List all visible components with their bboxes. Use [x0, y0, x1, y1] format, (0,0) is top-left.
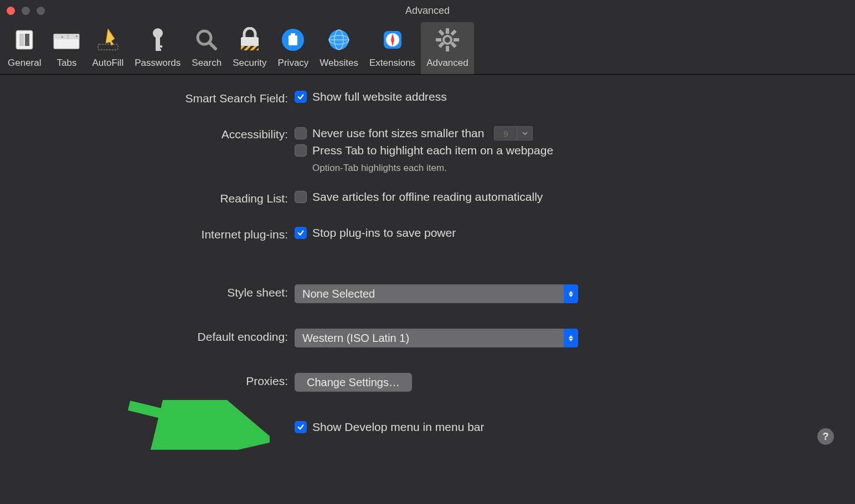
zoom-window-button[interactable]	[37, 7, 45, 15]
tabs-icon: ×+	[52, 25, 81, 54]
advanced-preferences-content: Smart Search Field: Show full website ad…	[0, 75, 855, 457]
svg-text:+: +	[76, 34, 79, 39]
reading-list-label: Reading List:	[17, 190, 295, 205]
show-full-address-checkbox[interactable]	[295, 91, 307, 103]
svg-rect-8	[98, 44, 118, 50]
websites-icon	[325, 25, 353, 54]
window-controls	[7, 7, 45, 15]
svg-rect-17	[241, 46, 259, 50]
show-full-address-label: Show full website address	[312, 90, 447, 103]
tab-search[interactable]: Search	[186, 22, 227, 74]
save-offline-label: Save articles for offline reading automa…	[312, 190, 543, 204]
show-develop-menu-checkbox[interactable]	[295, 421, 307, 433]
style-sheet-value: None Selected	[302, 288, 375, 300]
select-caret-icon	[564, 284, 578, 303]
tab-tabs[interactable]: ×+ Tabs	[47, 22, 86, 74]
svg-rect-33	[438, 29, 444, 35]
smart-search-label: Smart Search Field:	[17, 90, 295, 105]
tab-autofill[interactable]: AutoFill	[86, 22, 129, 74]
tab-label: Extensions	[369, 58, 415, 69]
min-font-size-field[interactable]: 9	[494, 126, 517, 141]
proxies-label: Proxies:	[17, 373, 295, 388]
develop-spacer	[17, 420, 295, 422]
svg-line-14	[209, 43, 215, 49]
preferences-toolbar: General ×+ Tabs AutoFill Passwords Searc…	[0, 21, 855, 75]
tab-label: Tabs	[57, 58, 77, 69]
tab-general[interactable]: General	[2, 22, 47, 74]
tab-websites[interactable]: Websites	[314, 22, 364, 74]
option-tab-hint: Option-Tab highlights each item.	[312, 163, 553, 174]
stop-plugins-checkbox[interactable]	[295, 227, 307, 239]
svg-rect-30	[446, 46, 449, 51]
extensions-icon	[378, 25, 407, 54]
help-button[interactable]: ?	[817, 428, 834, 445]
passwords-icon	[143, 25, 172, 54]
tab-passwords[interactable]: Passwords	[129, 22, 186, 74]
default-encoding-select[interactable]: Western (ISO Latin 1)	[295, 329, 578, 347]
svg-rect-2	[25, 34, 29, 46]
svg-rect-29	[446, 28, 449, 34]
select-caret-icon	[564, 329, 578, 347]
search-icon	[192, 25, 221, 54]
minimize-window-button[interactable]	[22, 7, 30, 15]
svg-rect-32	[454, 38, 459, 41]
tab-advanced[interactable]: Advanced	[421, 22, 474, 74]
change-proxy-settings-button[interactable]: Change Settings…	[295, 373, 412, 392]
tab-label: General	[8, 58, 41, 69]
window-title: Advanced	[405, 5, 450, 17]
security-icon	[235, 25, 264, 54]
tab-label: Websites	[320, 58, 358, 69]
plugins-label: Internet plug-ins:	[17, 226, 295, 241]
close-window-button[interactable]	[7, 7, 15, 15]
show-develop-menu-label: Show Develop menu in menu bar	[312, 420, 485, 434]
save-offline-checkbox[interactable]	[295, 191, 307, 203]
tab-label: AutoFill	[92, 58, 123, 69]
title-bar: Advanced	[0, 0, 855, 21]
svg-rect-10	[156, 37, 160, 50]
min-font-size-stepper[interactable]	[517, 126, 533, 141]
default-encoding-label: Default encoding:	[17, 329, 295, 344]
tab-security[interactable]: Security	[227, 22, 272, 74]
accessibility-label: Accessibility:	[17, 126, 295, 141]
svg-rect-11	[156, 45, 162, 48]
tab-label: Search	[192, 58, 222, 69]
tab-label: Advanced	[426, 58, 468, 69]
tab-privacy[interactable]: Privacy	[272, 22, 315, 74]
svg-rect-21	[291, 33, 295, 37]
never-smaller-font-label: Never use font sizes smaller than	[312, 127, 484, 140]
tab-extensions[interactable]: Extensions	[364, 22, 421, 74]
svg-rect-0	[16, 30, 33, 49]
privacy-icon	[279, 25, 307, 54]
never-smaller-font-checkbox[interactable]	[295, 127, 307, 139]
help-label: ?	[823, 431, 829, 443]
svg-rect-12	[156, 49, 161, 51]
svg-rect-35	[450, 29, 456, 35]
default-encoding-value: Western (ISO Latin 1)	[302, 332, 409, 345]
press-tab-highlight-checkbox[interactable]	[295, 144, 307, 157]
stop-plugins-label: Stop plug-ins to save power	[312, 226, 456, 240]
svg-point-37	[445, 37, 450, 43]
svg-text:×: ×	[61, 34, 64, 39]
svg-rect-1	[19, 34, 24, 46]
svg-rect-20	[289, 35, 297, 45]
svg-rect-31	[436, 38, 441, 41]
style-sheet-label: Style sheet:	[17, 284, 295, 299]
general-icon	[10, 25, 39, 54]
change-proxy-settings-label: Change Settings…	[307, 376, 400, 389]
tab-label: Privacy	[278, 58, 309, 69]
autofill-icon	[94, 25, 122, 54]
press-tab-highlight-label: Press Tab to highlight each item on a we…	[312, 144, 553, 157]
style-sheet-select[interactable]: None Selected	[295, 284, 578, 303]
tab-label: Passwords	[135, 58, 181, 69]
advanced-icon	[433, 25, 462, 54]
tab-label: Security	[233, 58, 266, 69]
